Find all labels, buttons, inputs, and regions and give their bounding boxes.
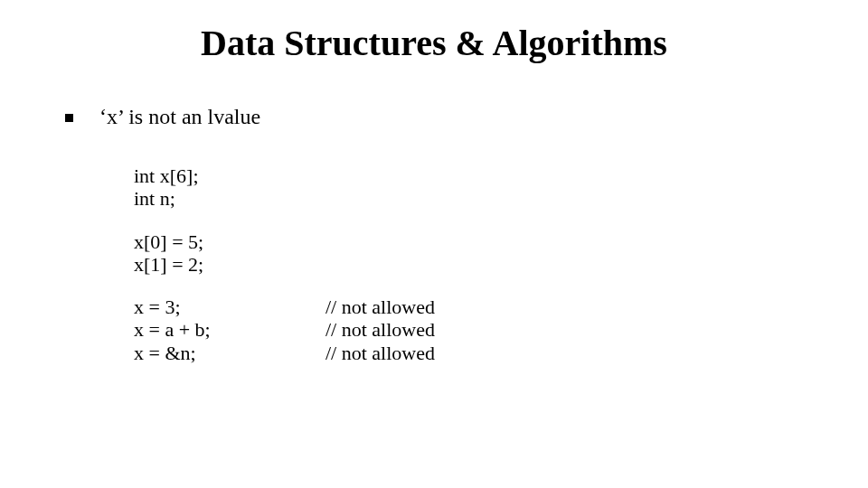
code-text: x = a + b; — [134, 318, 326, 341]
code-text: x[1] = 2; — [134, 253, 326, 276]
code-line: int n; — [134, 187, 435, 210]
code-block: int x[6]; int n; x[0] = 5; x[1] = 2; x =… — [134, 164, 435, 364]
code-group-not-allowed: x = 3; // not allowed x = a + b; // not … — [134, 296, 435, 364]
code-group-declarations: int x[6]; int n; — [134, 164, 435, 211]
slide-title: Data Structures & Algorithms — [0, 22, 868, 64]
code-comment: // not allowed — [326, 342, 435, 364]
code-comment: // not allowed — [326, 296, 435, 318]
code-comment: // not allowed — [326, 318, 435, 341]
code-text: int n; — [134, 187, 326, 210]
code-line: x[0] = 5; — [134, 230, 435, 253]
code-line: x = 3; // not allowed — [134, 296, 435, 318]
code-text: x = &n; — [134, 342, 326, 364]
slide: Data Structures & Algorithms ‘x’ is not … — [0, 0, 868, 488]
code-group-assignments: x[0] = 5; x[1] = 2; — [134, 230, 435, 277]
code-line: x = a + b; // not allowed — [134, 318, 435, 341]
code-text: int x[6]; — [134, 164, 326, 187]
code-line: x = &n; // not allowed — [134, 342, 435, 364]
bullet-icon — [65, 114, 73, 122]
code-text: x[0] = 5; — [134, 230, 326, 253]
bullet-text: ‘x’ is not an lvalue — [99, 105, 260, 129]
code-line: x[1] = 2; — [134, 253, 435, 276]
code-text: x = 3; — [134, 296, 326, 318]
code-line: int x[6]; — [134, 164, 435, 187]
